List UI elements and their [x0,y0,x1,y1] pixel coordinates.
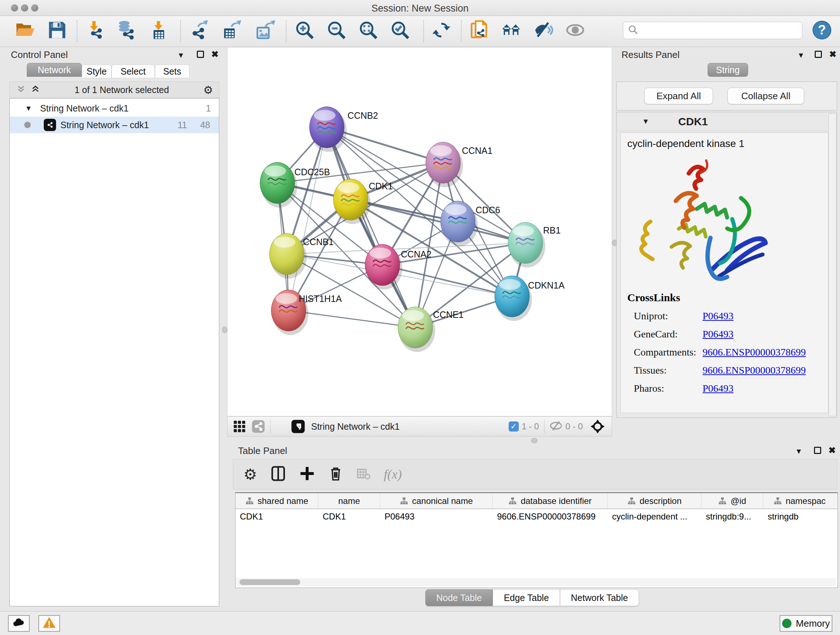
first-neighbors-button[interactable] [501,19,523,42]
cloud-status-button[interactable] [8,615,30,632]
eye-icon [565,20,585,41]
show-all-button[interactable] [564,19,586,42]
network-row-selected[interactable]: String Network – cdk1 11 48 [10,117,219,133]
column-header[interactable]: namespac [763,493,836,509]
gear-icon[interactable]: ⚙ [203,84,213,96]
collapse-all-chevron-icon[interactable] [16,84,26,95]
crosslink-link[interactable]: 9606.ENSP00000378699 [703,347,806,358]
network-label: String Network – cdk1 [60,120,149,130]
float-panel-icon[interactable] [197,51,204,58]
column-header[interactable]: name [318,493,380,509]
window-title: Session: New Session [0,3,840,14]
hidden-eye-slash-icon[interactable] [549,419,562,434]
tab-style[interactable]: Style [82,65,111,78]
scrollbar-thumb[interactable] [240,579,300,585]
zoom-in-icon [295,20,314,41]
delete-table-icon[interactable] [343,466,371,482]
grid-view-icon[interactable] [233,420,246,433]
tab-edge-table[interactable]: Edge Table [493,589,560,606]
import-table-file-button[interactable] [148,19,169,42]
close-panel-icon[interactable]: ✖ [829,49,836,59]
close-panel-icon[interactable]: ✖ [211,49,218,59]
column-header[interactable]: canonical name [380,493,493,509]
tab-node-table[interactable]: Node Table [425,589,493,606]
search-input[interactable] [638,25,794,35]
open-in-new-window-icon[interactable] [291,419,305,434]
refresh-view-button[interactable] [431,19,452,42]
column-header[interactable]: database identifier [493,493,608,509]
crosslink-row: Compartments: 9606.ENSP00000378699 [627,347,806,358]
tab-network[interactable]: Network [27,63,82,77]
svg-text:?: ? [818,22,826,37]
expand-all-chevron-icon[interactable] [31,84,40,95]
tab-network-table[interactable]: Network Table [560,589,639,606]
open-session-button[interactable] [14,19,35,42]
selected-checkbox-icon[interactable]: ✓ [508,421,519,432]
splitter-handle[interactable] [222,326,227,333]
copy-network-icon [470,20,489,41]
crosslink-link[interactable]: 9606.ENSP00000378699 [703,364,806,376]
help-button[interactable]: ? [811,19,833,42]
result-card-content: cyclin-dependent kinase 1 [621,133,829,413]
hide-selected-button[interactable] [532,19,554,42]
zoom-selected-button[interactable] [389,19,411,42]
search-box[interactable] [623,22,802,39]
tree-expand-icon[interactable]: ▼ [25,104,32,112]
zoom-fit-icon [358,20,378,41]
export-network-button[interactable] [188,19,210,42]
table-row[interactable]: CDK1 CDK1 P06493 9606.ENSP00000378699 cy… [235,509,837,524]
delete-column-trash-icon[interactable] [315,466,343,483]
warnings-button[interactable] [38,615,60,632]
table-panel: Table Panel ▾ ✖ ⚙ f(x) shared name name … [227,442,840,610]
create-column-plus-icon[interactable] [286,466,315,483]
float-menu-icon[interactable]: ▾ [799,50,803,60]
network-node-cdc6 [441,201,478,246]
birds-eye-view-icon[interactable] [590,419,605,434]
tab-select[interactable]: Select [111,65,155,78]
table-settings-gear-icon[interactable]: ⚙ [243,466,257,483]
function-builder-icon[interactable]: f(x) [384,467,402,482]
zoom-out-button[interactable] [325,19,347,42]
network-collection-row[interactable]: ▼ String Network – cdk1 1 [10,100,219,117]
column-header[interactable]: shared name [235,493,318,509]
network-share-icon[interactable] [251,420,265,433]
table-horizontal-scrollbar[interactable] [236,578,836,586]
clone-network-button[interactable] [469,19,491,42]
collapse-triangle-icon[interactable]: ▼ [642,117,649,126]
results-scrollbar[interactable] [829,113,836,416]
tab-string[interactable]: String [707,63,748,77]
crosslink-link[interactable]: P06493 [703,383,734,394]
gene-description: cyclin-dependent kinase 1 [627,138,828,149]
float-menu-icon[interactable]: ▾ [179,50,183,60]
column-header[interactable]: description [608,493,701,509]
network-node-count: 11 [178,120,187,130]
export-table-button[interactable] [221,19,243,42]
save-session-button[interactable] [46,19,68,42]
close-panel-icon[interactable]: ✖ [829,445,836,455]
memory-button[interactable]: Memory [780,615,832,632]
float-panel-icon[interactable] [814,447,821,454]
import-network-from-database-button[interactable] [115,19,137,42]
column-header[interactable]: @id [701,493,763,509]
network-canvas[interactable]: CCNB2CCNA1CDC25BCDK1CDC6RB1CCNB1CCNA2CDK… [227,47,612,416]
float-panel-icon[interactable] [815,51,822,58]
expand-all-button[interactable]: Expand All [644,88,713,104]
show-columns-icon[interactable] [257,466,286,483]
zoom-fit-button[interactable] [357,19,379,42]
tab-sets[interactable]: Sets [155,65,189,78]
float-menu-icon[interactable]: ▾ [797,446,801,456]
title-bar: Session: New Session [0,0,840,16]
zoom-in-button[interactable] [294,19,316,42]
export-table-icon [223,20,242,41]
network-node-cdk1 [333,179,370,224]
crosslink-link[interactable]: P06493 [703,328,734,340]
import-network-file-button[interactable] [84,19,106,42]
result-card-header[interactable]: ▼ CDK1 [617,112,837,131]
protein-structure-image [635,155,780,285]
import-network-icon [85,20,104,41]
svg-text:CDC25B: CDC25B [294,167,330,177]
crosslink-link[interactable]: P06493 [703,310,734,322]
collapse-all-button[interactable]: Collapse All [728,88,804,104]
export-image-button[interactable] [255,19,276,42]
network-view-toolbar: String Network – cdk1 ✓ 1 - 0 0 - 0 [227,416,612,437]
